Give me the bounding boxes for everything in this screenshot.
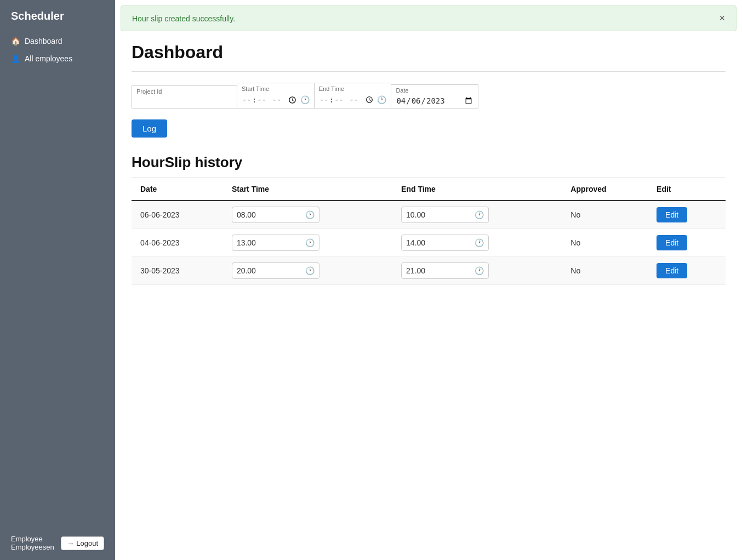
edit-button[interactable]: Edit <box>657 263 687 278</box>
edit-button[interactable]: Edit <box>657 235 687 250</box>
row-start-clock-icon: 🕐 <box>305 266 315 275</box>
sidebar-item-dashboard-label: Dashboard <box>25 37 62 45</box>
logout-label: Logout <box>76 539 98 547</box>
start-time-cell: 🕐 <box>232 235 319 251</box>
row-start-clock-icon: 🕐 <box>305 210 315 219</box>
table-header-row: Date Start Time End Time Approved Edit <box>132 178 726 201</box>
history-table: Date Start Time End Time Approved Edit 0… <box>132 178 726 285</box>
cell-edit: Edit <box>648 256 726 284</box>
form-row: Project Id Start Time 🕐 End Time <box>132 83 726 108</box>
project-id-input[interactable] <box>136 97 232 106</box>
start-time-input[interactable] <box>242 94 298 106</box>
sidebar: Scheduler 🏠 Dashboard 👤 All employees Em… <box>0 0 115 560</box>
date-wrapper <box>396 96 473 106</box>
cell-date: 04-06-2023 <box>132 228 223 256</box>
logout-icon: → <box>67 539 74 547</box>
row-end-clock-icon: 🕐 <box>475 266 484 275</box>
cell-start-time: 🕐 <box>223 256 392 284</box>
date-label: Date <box>396 87 473 94</box>
history-section-title: HourSlip history <box>132 154 726 171</box>
end-time-wrapper: 🕐 <box>319 94 387 106</box>
sidebar-item-all-employees-label: All employees <box>25 54 72 63</box>
date-input[interactable] <box>396 96 473 106</box>
cell-approved: No <box>562 228 648 256</box>
sidebar-footer: Employee Employeesen → Logout <box>0 526 115 560</box>
content-area: Dashboard Project Id Start Time 🕐 <box>115 31 742 296</box>
sidebar-username: Employee Employeesen <box>11 535 55 551</box>
sidebar-title: Scheduler <box>0 0 115 30</box>
person-icon: 👤 <box>11 54 20 63</box>
end-time-label: End Time <box>319 85 387 92</box>
toast-notification: Hour slip created successfully. × <box>121 5 737 31</box>
cell-date: 30-05-2023 <box>132 256 223 284</box>
cell-edit: Edit <box>648 201 726 229</box>
row-start-time-input[interactable] <box>237 266 303 275</box>
cell-approved: No <box>562 256 648 284</box>
cell-end-time: 🕐 <box>392 201 562 229</box>
col-approved: Approved <box>562 178 648 201</box>
page-title: Dashboard <box>132 42 726 62</box>
log-button[interactable]: Log <box>132 119 167 138</box>
end-time-cell: 🕐 <box>401 207 489 223</box>
toast-message: Hour slip created successfully. <box>132 14 235 23</box>
row-end-time-input[interactable] <box>406 210 472 219</box>
logout-button[interactable]: → Logout <box>61 536 104 550</box>
home-icon: 🏠 <box>11 37 20 45</box>
cell-start-time: 🕐 <box>223 228 392 256</box>
row-end-time-input[interactable] <box>406 266 472 275</box>
title-divider <box>132 71 726 72</box>
row-end-clock-icon: 🕐 <box>475 238 484 247</box>
sidebar-item-dashboard[interactable]: 🏠 Dashboard <box>0 32 115 50</box>
start-time-wrapper: 🕐 <box>242 94 310 106</box>
sidebar-nav: 🏠 Dashboard 👤 All employees <box>0 30 115 70</box>
cell-start-time: 🕐 <box>223 201 392 229</box>
table-body: 06-06-2023 🕐 🕐 No Edit 04-06-2023 <box>132 201 726 285</box>
start-time-cell: 🕐 <box>232 207 319 223</box>
cell-approved: No <box>562 201 648 229</box>
date-field: Date <box>391 84 478 108</box>
col-edit: Edit <box>648 178 726 201</box>
row-start-clock-icon: 🕐 <box>305 238 315 247</box>
cell-end-time: 🕐 <box>392 228 562 256</box>
table-row: 30-05-2023 🕐 🕐 No Edit <box>132 256 726 284</box>
table-header: Date Start Time End Time Approved Edit <box>132 178 726 201</box>
sidebar-item-all-employees[interactable]: 👤 All employees <box>0 50 115 67</box>
row-start-time-input[interactable] <box>237 210 303 219</box>
edit-button[interactable]: Edit <box>657 207 687 222</box>
table-row: 04-06-2023 🕐 🕐 No Edit <box>132 228 726 256</box>
row-start-time-input[interactable] <box>237 238 303 247</box>
hourslip-history-section: HourSlip history Date Start Time End Tim… <box>132 154 726 285</box>
col-start-time: Start Time <box>223 178 392 201</box>
col-date: Date <box>132 178 223 201</box>
cell-edit: Edit <box>648 228 726 256</box>
cell-date: 06-06-2023 <box>132 201 223 229</box>
project-id-label: Project Id <box>136 88 232 95</box>
toast-close-button[interactable]: × <box>719 13 725 24</box>
end-time-input[interactable] <box>319 94 375 106</box>
start-time-cell: 🕐 <box>232 262 319 279</box>
end-time-clock-icon: 🕐 <box>377 95 386 104</box>
end-time-field: End Time 🕐 <box>314 83 391 108</box>
col-end-time: End Time <box>392 178 562 201</box>
row-end-clock-icon: 🕐 <box>475 210 484 219</box>
row-end-time-input[interactable] <box>406 238 472 247</box>
start-time-field: Start Time 🕐 <box>237 83 314 108</box>
start-time-clock-icon: 🕐 <box>300 95 310 104</box>
end-time-cell: 🕐 <box>401 262 489 279</box>
start-time-label: Start Time <box>242 85 310 92</box>
main-content: Hour slip created successfully. × Dashbo… <box>115 0 742 560</box>
table-row: 06-06-2023 🕐 🕐 No Edit <box>132 201 726 229</box>
log-form-section: Project Id Start Time 🕐 End Time <box>132 83 726 138</box>
cell-end-time: 🕐 <box>392 256 562 284</box>
project-id-field: Project Id <box>132 85 237 108</box>
end-time-cell: 🕐 <box>401 235 489 251</box>
